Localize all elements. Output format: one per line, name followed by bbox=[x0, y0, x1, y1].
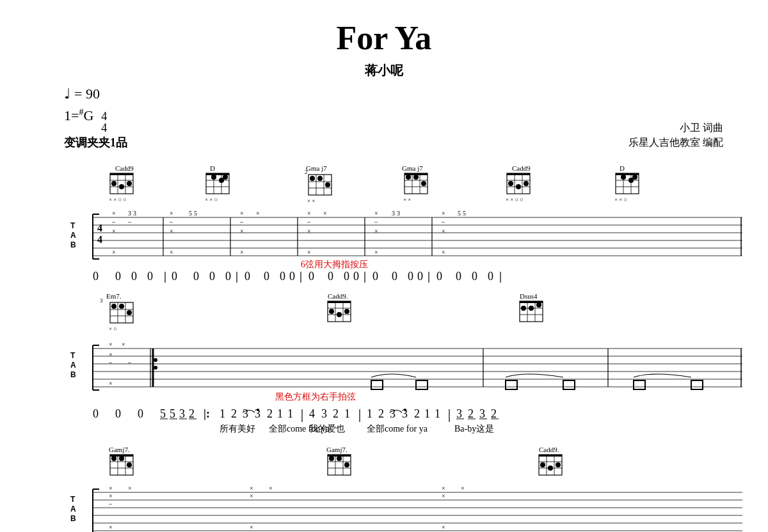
annotation-right-hand: 黑色方框为右手拍弦 bbox=[275, 392, 356, 402]
svg-point-18 bbox=[223, 175, 228, 180]
song-artist: 蒋小呢 bbox=[38, 62, 730, 79]
svg-text:–: – bbox=[374, 218, 378, 225]
svg-text:×: × bbox=[442, 492, 445, 499]
svg-point-173 bbox=[521, 306, 526, 311]
svg-text:× × ○: × × ○ bbox=[205, 196, 218, 203]
svg-text:×: × bbox=[250, 492, 253, 499]
svg-text:×: × bbox=[442, 249, 445, 256]
svg-text:0: 0 bbox=[372, 270, 378, 283]
svg-text:0: 0 bbox=[93, 270, 99, 283]
svg-text:0: 0 bbox=[115, 407, 121, 420]
svg-text:1: 1 bbox=[277, 407, 283, 420]
tempo-line: ♩ = 90 bbox=[64, 86, 730, 102]
svg-text:0: 0 bbox=[344, 270, 349, 283]
svg-text:1: 1 bbox=[287, 407, 293, 420]
svg-text:T: T bbox=[70, 221, 76, 230]
svg-point-16 bbox=[211, 175, 216, 180]
svg-text:0: 0 bbox=[138, 407, 143, 420]
svg-text:|:: |: bbox=[204, 407, 210, 420]
svg-text:×: × bbox=[109, 341, 113, 348]
lyrics-souyoumei: 所有美好 bbox=[220, 424, 255, 434]
svg-text:× ×: × × bbox=[403, 196, 411, 203]
svg-text:×: × bbox=[170, 249, 173, 256]
svg-text:2: 2 bbox=[305, 169, 308, 175]
chord-name-d-2: D bbox=[620, 164, 625, 172]
svg-text:A: A bbox=[70, 231, 76, 240]
svg-rect-196 bbox=[634, 380, 645, 389]
svg-text:B: B bbox=[70, 370, 76, 379]
svg-point-36 bbox=[406, 175, 411, 180]
svg-text:× × ○: × × ○ bbox=[614, 196, 627, 203]
svg-text:×: × bbox=[374, 210, 378, 217]
svg-text:5: 5 bbox=[458, 210, 461, 217]
svg-point-259 bbox=[127, 462, 132, 467]
chord-name-cadd9: Cadd9 bbox=[115, 164, 134, 172]
svg-text:B: B bbox=[70, 240, 76, 249]
svg-text:1: 1 bbox=[344, 407, 350, 420]
svg-text:–: – bbox=[169, 218, 173, 225]
svg-point-48 bbox=[524, 181, 529, 186]
svg-text:×: × bbox=[269, 485, 273, 492]
svg-text:×: × bbox=[374, 228, 378, 235]
svg-point-8 bbox=[127, 181, 132, 186]
svg-text:–: – bbox=[307, 218, 311, 225]
svg-text:×: × bbox=[112, 249, 116, 256]
time-sig-top: 4 bbox=[101, 111, 107, 122]
svg-text:T: T bbox=[70, 495, 76, 504]
svg-text:2: 2 bbox=[267, 407, 273, 420]
svg-text:×: × bbox=[109, 492, 113, 499]
score-svg: Cadd9 × × ○ ○ D bbox=[58, 157, 749, 532]
svg-text:0: 0 bbox=[93, 407, 99, 420]
svg-text:0: 0 bbox=[328, 270, 333, 283]
svg-text:2: 2 bbox=[378, 407, 384, 420]
svg-text:×: × bbox=[256, 210, 260, 217]
svg-text:4: 4 bbox=[97, 223, 102, 233]
svg-point-190 bbox=[154, 358, 157, 362]
svg-point-277 bbox=[540, 462, 545, 467]
svg-text:×: × bbox=[170, 210, 173, 217]
svg-point-279 bbox=[556, 462, 561, 467]
svg-text:0: 0 bbox=[131, 270, 137, 283]
lyrics-baby-zheshi: Ba-by这是 bbox=[454, 424, 494, 434]
svg-text:×: × bbox=[112, 210, 116, 217]
svg-point-258 bbox=[119, 456, 124, 461]
svg-rect-192 bbox=[371, 380, 383, 389]
svg-point-163 bbox=[329, 309, 334, 314]
svg-rect-195 bbox=[563, 380, 575, 389]
svg-text:0: 0 bbox=[417, 270, 423, 283]
svg-text:0: 0 bbox=[209, 270, 215, 283]
song-title: For Ya bbox=[38, 19, 730, 57]
time-sig-bottom: 4 bbox=[101, 122, 107, 134]
svg-point-7 bbox=[119, 184, 124, 189]
svg-text:Gamj7.: Gamj7. bbox=[326, 446, 348, 453]
svg-text:×: × bbox=[109, 485, 113, 492]
svg-text:3: 3 bbox=[100, 297, 103, 304]
svg-text:×: × bbox=[128, 485, 132, 492]
svg-rect-1 bbox=[110, 173, 133, 175]
svg-text:×: × bbox=[250, 485, 253, 492]
svg-text:3: 3 bbox=[179, 407, 185, 420]
svg-text:3: 3 bbox=[390, 407, 396, 420]
svg-text:3: 3 bbox=[321, 407, 327, 420]
chord-name-cadd9-2: Cadd9 bbox=[512, 164, 531, 172]
svg-text:2: 2 bbox=[231, 407, 237, 420]
svg-point-174 bbox=[529, 306, 534, 311]
credits: 小卫 词曲 乐星人吉他教室 编配 bbox=[628, 121, 723, 151]
svg-point-26 bbox=[310, 176, 315, 181]
svg-text:× ○: × ○ bbox=[109, 325, 117, 332]
svg-text:×: × bbox=[170, 228, 173, 235]
svg-point-278 bbox=[548, 465, 553, 471]
svg-text:Dsus4: Dsus4 bbox=[520, 292, 538, 300]
svg-text:×: × bbox=[109, 351, 113, 358]
svg-point-27 bbox=[317, 176, 323, 181]
svg-text:0: 0 bbox=[488, 270, 493, 283]
svg-text:Cadd9.: Cadd9. bbox=[539, 446, 559, 453]
svg-text:0: 0 bbox=[436, 270, 442, 283]
svg-point-6 bbox=[111, 181, 116, 186]
svg-text:0: 0 bbox=[280, 270, 285, 283]
svg-point-257 bbox=[111, 456, 116, 461]
svg-text:5: 5 bbox=[170, 407, 175, 420]
svg-text:–: – bbox=[127, 218, 132, 225]
key-label: 1=#G bbox=[64, 107, 93, 124]
svg-text:3: 3 bbox=[479, 407, 485, 420]
